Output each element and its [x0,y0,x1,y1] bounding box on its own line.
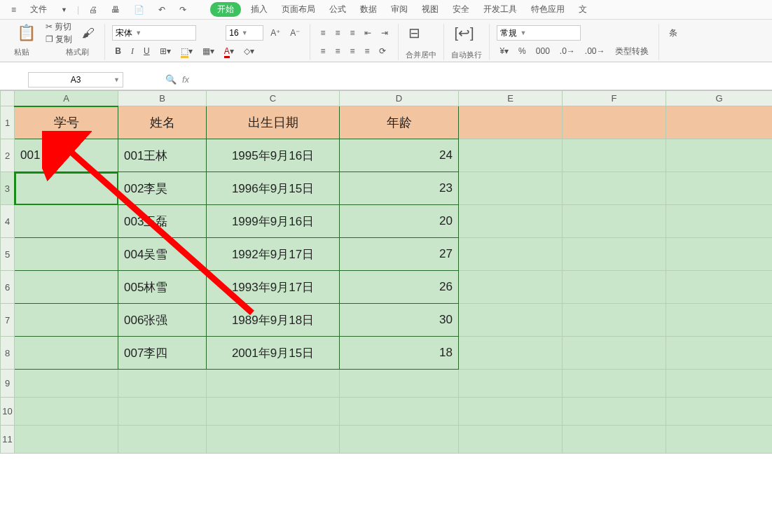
tab-security[interactable]: 安全 [448,2,474,17]
cell-b10[interactable] [118,398,207,426]
cell-g7[interactable] [666,304,773,337]
row-header-10[interactable]: 10 [1,398,15,426]
cell-f9[interactable] [563,370,666,398]
cell-d10[interactable] [340,398,459,426]
row-header-7[interactable]: 7 [1,304,15,337]
cell-f6[interactable] [563,271,666,304]
row-header-11[interactable]: 11 [1,426,15,454]
format-painter-icon[interactable]: 🖌 [79,25,97,41]
preview-icon[interactable]: 📄 [130,4,149,16]
tab-review[interactable]: 审阅 [387,2,412,17]
font-name-select[interactable]: 宋体▼ [112,25,196,41]
cell-b9[interactable] [118,370,207,398]
cell-f8[interactable] [563,337,666,370]
cell-b2[interactable]: 001王林 [118,139,207,172]
row-header-1[interactable]: 1 [1,106,15,139]
align-top-icon[interactable]: ≡ [317,27,328,38]
cell-f4[interactable] [563,205,666,238]
fill-color-button[interactable]: ⬚▾ [178,46,195,57]
undo-icon[interactable]: ↶ [154,4,170,16]
cell-g8[interactable] [666,337,773,370]
align-center-icon[interactable]: ≡ [332,46,343,57]
name-box-dropdown-icon[interactable]: ▼ [113,76,120,83]
cell-c8[interactable]: 2001年9月15日 [207,337,340,370]
cell-a3[interactable] [15,172,118,205]
row-header-9[interactable]: 9 [1,370,15,398]
cell-a1[interactable]: 学号 [15,106,118,139]
cell-e2[interactable] [459,139,563,172]
cell-e9[interactable] [459,370,563,398]
dec-decrease-icon[interactable]: .00→ [582,46,608,57]
cell-f2[interactable] [563,139,666,172]
border-button[interactable]: ⊞▾ [157,46,174,57]
cell-b3[interactable]: 002李昊 [118,172,207,205]
cell-b11[interactable] [118,426,207,454]
cell-g1[interactable] [666,106,773,139]
italic-button[interactable]: I [128,46,137,57]
cell-a10[interactable] [15,398,118,426]
indent-dec-icon[interactable]: ⇤ [361,27,374,38]
print-icon[interactable]: 🖶 [107,4,124,16]
spreadsheet-grid[interactable]: A B C D E F G 1 学号 姓名 出生日期 年龄 2 001 001王… [0,90,772,454]
row-header-8[interactable]: 8 [1,337,15,370]
col-header-d[interactable]: D [340,91,459,106]
underline-button[interactable]: U [141,46,153,57]
file-menu[interactable]: 文件 [26,2,51,17]
cell-a2[interactable]: 001 [15,139,118,172]
cell-g9[interactable] [666,370,773,398]
cell-d4[interactable]: 20 [340,205,459,238]
col-header-a[interactable]: A [15,91,118,106]
col-header-e[interactable]: E [459,91,563,106]
cell-a11[interactable] [15,426,118,454]
cell-d3[interactable]: 23 [340,172,459,205]
cell-a9[interactable] [15,370,118,398]
col-header-b[interactable]: B [118,91,207,106]
cell-f11[interactable] [563,426,666,454]
cell-b4[interactable]: 003王磊 [118,205,207,238]
cell-e3[interactable] [459,172,563,205]
cell-g10[interactable] [666,398,773,426]
file-dropdown-icon[interactable]: ▼ [57,5,71,15]
cell-c6[interactable]: 1993年9月17日 [207,271,340,304]
cell-a6[interactable] [15,271,118,304]
cell-g4[interactable] [666,205,773,238]
tab-view[interactable]: 视图 [418,2,443,17]
cell-e8[interactable] [459,337,563,370]
cell-b1[interactable]: 姓名 [118,106,207,139]
cell-c2[interactable]: 1995年9月16日 [207,139,340,172]
tab-start[interactable]: 开始 [210,2,241,17]
cell-a5[interactable] [15,238,118,271]
paste-icon[interactable]: 📋 [14,24,39,42]
tab-more[interactable]: 文 [574,2,591,17]
search-icon[interactable]: 🔍 [165,74,177,85]
col-header-g[interactable]: G [666,91,773,106]
tab-insert[interactable]: 插入 [247,2,272,17]
cell-c3[interactable]: 1996年9月15日 [207,172,340,205]
currency-icon[interactable]: ¥▾ [497,46,511,57]
cell-b8[interactable]: 007李四 [118,337,207,370]
cell-f1[interactable] [563,106,666,139]
col-header-f[interactable]: F [563,91,666,106]
row-header-5[interactable]: 5 [1,238,15,271]
type-convert-button[interactable]: 类型转换 [612,46,652,57]
thousands-icon[interactable]: 000 [533,46,553,57]
cell-c7[interactable]: 1989年9月18日 [207,304,340,337]
cell-a7[interactable] [15,304,118,337]
cell-d5[interactable]: 27 [340,238,459,271]
align-justify-icon[interactable]: ≡ [361,46,372,57]
cell-c11[interactable] [207,426,340,454]
tab-special[interactable]: 特色应用 [527,2,569,17]
row-header-2[interactable]: 2 [1,139,15,172]
cell-c5[interactable]: 1992年9月17日 [207,238,340,271]
cell-g11[interactable] [666,426,773,454]
merge-icon[interactable]: ⊟ [406,24,423,41]
row-header-4[interactable]: 4 [1,205,15,238]
wrap-icon[interactable]: [↩] [451,24,476,41]
row-header-3[interactable]: 3 [1,172,15,205]
menu-icon[interactable]: ≡ [7,4,20,16]
col-header-c[interactable]: C [207,91,340,106]
orientation-icon[interactable]: ⟳ [376,46,389,57]
tab-formula[interactable]: 公式 [325,2,350,17]
cell-style-button[interactable]: ▦▾ [200,46,217,57]
align-left-icon[interactable]: ≡ [317,46,328,57]
